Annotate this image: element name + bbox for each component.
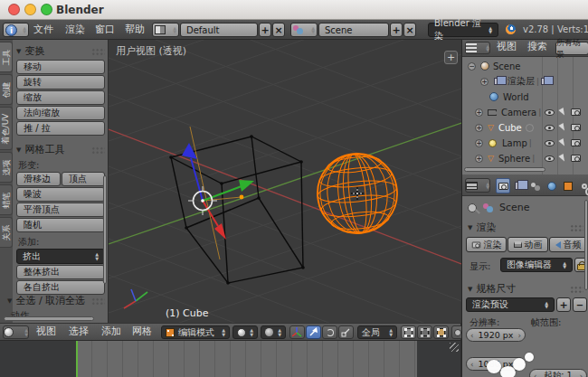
window-close-button[interactable]: [8, 4, 20, 15]
randomize-button[interactable]: 随机: [16, 218, 105, 232]
tab-constraints-properties[interactable]: [577, 178, 588, 193]
edge-select-button[interactable]: [417, 325, 432, 339]
tab-create[interactable]: 创建: [0, 74, 13, 105]
display-dropdown[interactable]: 图像编辑器: [500, 258, 573, 272]
add-scene-button[interactable]: [390, 23, 403, 37]
scene-name-field[interactable]: Scene: [318, 23, 389, 37]
camera-restrict-toggles[interactable]: [545, 105, 581, 119]
pin-icon[interactable]: [468, 203, 477, 212]
tree-row-sphere[interactable]: ▽ Sphere |: [475, 151, 536, 165]
render-audio-button[interactable]: 音频: [549, 237, 587, 252]
editor-type-3dview-button[interactable]: [3, 325, 29, 339]
viewport-menu-add[interactable]: 添加: [101, 323, 121, 341]
tab-tools[interactable]: 工具: [0, 42, 13, 72]
menu-file[interactable]: 文件: [33, 21, 53, 39]
editor-type-outliner-button[interactable]: [465, 42, 490, 54]
tab-world-properties[interactable]: [545, 178, 559, 193]
push-pull-button[interactable]: 推 / 拉: [16, 121, 105, 136]
timeline-playhead[interactable]: [76, 341, 78, 377]
add-preset-button[interactable]: [556, 297, 571, 312]
selectability-cursor-icon[interactable]: [558, 138, 566, 147]
tree-row-scene[interactable]: Scene: [468, 59, 521, 73]
outliner-menu-view[interactable]: 视图: [497, 38, 517, 56]
vertex-select-button[interactable]: [401, 325, 416, 339]
tool-shelf-hscrollbar[interactable]: [4, 316, 94, 321]
panel-header-dimensions[interactable]: 规格尺寸: [468, 282, 583, 296]
collapse-icon[interactable]: [468, 62, 476, 71]
timeline[interactable]: [0, 341, 461, 377]
properties-vscrollbar[interactable]: [584, 200, 588, 290]
viewport-canvas[interactable]: 用户视图 (透视) (1) Cube +: [109, 40, 461, 323]
editor-type-properties-button[interactable]: [465, 178, 490, 193]
screen-layout-dropdown[interactable]: [152, 23, 179, 37]
translate-button[interactable]: 移动: [16, 60, 105, 74]
viewport-menu-mesh[interactable]: 网格: [132, 323, 152, 341]
pivot-dropdown[interactable]: [261, 325, 286, 339]
renderability-camera-icon[interactable]: [571, 124, 581, 131]
outliner-hscrollbar[interactable]: [464, 167, 545, 172]
editor-type-info-button[interactable]: i: [3, 23, 29, 37]
remove-preset-button[interactable]: −: [573, 297, 587, 312]
renderability-camera-icon[interactable]: [571, 155, 581, 162]
tree-row-lamp[interactable]: Lamp |: [475, 136, 534, 150]
menu-render[interactable]: 渲染: [65, 21, 85, 39]
expand-icon[interactable]: [475, 124, 483, 132]
rotate-button[interactable]: 旋转: [16, 75, 105, 90]
expand-icon[interactable]: [475, 139, 483, 147]
tab-scene-properties[interactable]: [528, 178, 543, 193]
selectability-cursor-icon[interactable]: [558, 123, 566, 132]
tab-shading-uv[interactable]: 着色/UV: [0, 107, 13, 150]
outliner-display-mode-dropdown[interactable]: 所有场景: [555, 42, 588, 55]
viewport-menu-view[interactable]: 视图: [36, 323, 56, 341]
menu-window[interactable]: 窗口: [95, 21, 115, 39]
selectability-cursor-icon[interactable]: [558, 108, 566, 117]
manipulator-scale-button[interactable]: [338, 325, 354, 339]
edge-slide-button[interactable]: 滑移边: [16, 172, 61, 186]
panel-header-select-all[interactable]: 全选 / 取消全选: [7, 294, 105, 307]
render-presets-dropdown[interactable]: 渲染预设: [466, 297, 555, 312]
panel-header-transform[interactable]: 变换: [16, 44, 105, 58]
noise-button[interactable]: 噪波: [16, 187, 105, 202]
orientation-dropdown[interactable]: 全局: [357, 325, 397, 339]
shrink-fatten-button[interactable]: 法向缩放: [16, 106, 105, 120]
window-minimize-button[interactable]: [24, 4, 36, 15]
window-zoom-button[interactable]: [41, 4, 52, 15]
region-resize-grip[interactable]: [450, 343, 459, 352]
visibility-eye-icon[interactable]: [545, 140, 555, 146]
extrude-region-button[interactable]: 整体挤出: [16, 265, 105, 279]
renderability-camera-icon[interactable]: [571, 108, 581, 116]
smooth-vertex-button[interactable]: 平滑顶点: [16, 203, 105, 217]
visibility-eye-icon[interactable]: [545, 156, 555, 162]
visibility-eye-icon[interactable]: [545, 109, 555, 116]
remove-scene-button[interactable]: [403, 23, 416, 37]
expand-icon[interactable]: [475, 108, 483, 117]
screen-layout-name-field[interactable]: Default: [180, 23, 258, 37]
expand-icon[interactable]: [480, 78, 488, 86]
tree-row-camera[interactable]: Camera |: [475, 105, 543, 119]
tab-grease-pencil[interactable]: 蜡笔: [0, 184, 13, 215]
sphere-restrict-toggles[interactable]: [545, 151, 581, 165]
vertex-slide-button[interactable]: 顶点: [62, 172, 105, 186]
manipulator-rotate-button[interactable]: [322, 325, 337, 339]
outliner-menu-search[interactable]: 搜索: [527, 38, 547, 56]
add-layout-button[interactable]: [259, 23, 271, 37]
scene-dropdown[interactable]: [290, 23, 318, 37]
selectability-cursor-icon[interactable]: [558, 154, 566, 163]
timeline-frame-range[interactable]: [76, 341, 417, 377]
tree-row-render-layers[interactable]: 渲染层 |: [480, 74, 549, 89]
extrude-dropdown[interactable]: 挤出: [16, 249, 105, 264]
panel-header-mesh-tools[interactable]: 网格工具: [16, 143, 105, 156]
properties-region-expand-icon[interactable]: +: [444, 51, 458, 64]
tab-options[interactable]: 选项: [0, 152, 13, 183]
render-still-button[interactable]: 渲染: [466, 237, 507, 252]
menu-help[interactable]: 帮助: [125, 21, 145, 39]
render-animation-button[interactable]: 动画: [507, 237, 548, 252]
tab-object-properties[interactable]: [561, 178, 575, 193]
resolution-x-field[interactable]: 1920 px: [466, 328, 526, 342]
scale-button[interactable]: 缩放: [16, 90, 105, 105]
panel-header-render[interactable]: 渲染: [468, 221, 583, 234]
face-select-button[interactable]: [433, 325, 449, 339]
tab-render-properties[interactable]: [496, 178, 510, 193]
mode-dropdown[interactable]: 编辑模式: [161, 325, 230, 339]
tab-render-layers-properties[interactable]: [512, 178, 526, 193]
